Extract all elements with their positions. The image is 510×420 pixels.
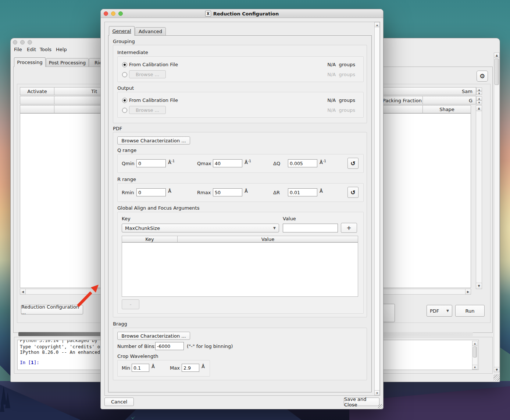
gear-icon: ⚙	[479, 72, 485, 80]
output-browse-button[interactable]: Browse ...	[129, 106, 166, 114]
args-column-value[interactable]: Value	[177, 236, 359, 242]
header-spin-up[interactable]: ▲	[476, 96, 482, 100]
scroll-right-icon: ▶	[467, 290, 469, 293]
scroll-up-arrow[interactable]: ▲	[472, 341, 478, 346]
header-spin-down[interactable]: ▼	[476, 91, 482, 95]
unit-base: Å	[320, 188, 323, 194]
log-binning-hint: ("-" for log binning)	[187, 344, 233, 349]
scroll-up-arrow[interactable]: ▲	[476, 105, 482, 111]
r-range-reset-button[interactable]: ↺	[347, 187, 359, 198]
qmin-input[interactable]	[136, 159, 166, 167]
bragg-browse-characterization-button[interactable]: Browse Characterization ...	[117, 332, 190, 340]
scroll-down-arrow[interactable]: ▼	[494, 367, 500, 372]
column-header-geometry[interactable]: G	[432, 98, 472, 103]
q-range-label: Q range	[117, 147, 136, 153]
r-range-label: R range	[117, 177, 136, 182]
button-label: Run	[466, 308, 475, 314]
main-vertical-scrollbar[interactable]	[494, 53, 500, 372]
tab-processing[interactable]: Processing	[14, 57, 46, 67]
wallpaper-mountain	[0, 385, 81, 420]
column-header-shape[interactable]: Shape	[422, 107, 471, 112]
minimize-button-inactive[interactable]	[20, 40, 25, 45]
crop-max-input[interactable]	[182, 364, 199, 372]
scroll-down-arrow[interactable]: ▼	[472, 365, 478, 370]
zoom-button-inactive[interactable]	[28, 40, 32, 45]
intermediate-label: Intermediate	[117, 50, 148, 55]
column-header-title[interactable]: Tit	[91, 89, 97, 94]
tab-general[interactable]: General	[109, 26, 135, 36]
spin-down-icon: ▼	[478, 101, 480, 104]
global-args-label: Global Align and Focus Arguments	[117, 205, 199, 211]
crop-max-unit: Å	[201, 364, 205, 369]
scroll-up-arrow[interactable]: ▲	[494, 53, 500, 58]
reduction-configuration-dialog: X Reduction Configuration ▲ ▼ General Ad…	[100, 9, 384, 409]
remove-argument-button[interactable]: -	[122, 299, 139, 309]
scroll-right-arrow[interactable]: ▶	[465, 289, 471, 295]
qmin-label: Qmin	[122, 161, 135, 166]
rmax-input[interactable]	[213, 188, 242, 196]
args-column-key[interactable]: Key	[122, 236, 177, 242]
column-header-packing-fraction[interactable]: Packing Fraction	[383, 98, 422, 103]
args-table-body[interactable]	[122, 242, 358, 297]
button-label: Browse ...	[136, 72, 159, 77]
scroll-up-arrow[interactable]: ▲	[374, 22, 380, 27]
rmin-unit: Å	[168, 188, 171, 194]
output-browse-radio[interactable]	[122, 108, 127, 113]
prompt-in: In [	[20, 360, 31, 365]
column-header-sample[interactable]: Sam	[432, 89, 472, 94]
output-type-dropdown[interactable]: PDF ▼	[427, 305, 452, 317]
qmin-unit: Å-1	[168, 159, 175, 165]
save-and-close-button[interactable]: Save and Close	[344, 398, 379, 406]
groups-label: groups	[339, 107, 355, 113]
qmax-input[interactable]	[213, 159, 242, 167]
delta-r-input[interactable]	[288, 188, 317, 196]
tab-post-processing[interactable]: Post Processing	[46, 58, 89, 67]
header-spin-up[interactable]: ▲	[476, 88, 482, 91]
scroll-down-arrow[interactable]: ▼	[476, 283, 482, 289]
cancel-button[interactable]: Cancel	[104, 398, 134, 406]
chevron-down-icon: ▼	[446, 309, 449, 313]
tab-advanced[interactable]: Advanced	[135, 27, 166, 36]
main-window-resize-grip[interactable]	[493, 374, 500, 381]
output-from-calibration-radio[interactable]	[122, 98, 127, 103]
key-dropdown[interactable]: MaxChunkSize ▼	[122, 224, 279, 232]
intermediate-browse-radio[interactable]	[122, 72, 127, 77]
groups-label: groups	[339, 72, 355, 77]
tab-label: Advanced	[139, 29, 162, 34]
button-label: Browse ...	[136, 107, 159, 113]
chevron-down-icon: ▼	[273, 226, 276, 230]
intermediate-browse-button[interactable]: Browse ...	[129, 70, 166, 78]
number-of-bins-label: Number of Bins:	[117, 344, 156, 349]
dialog-resize-grip[interactable]	[378, 404, 383, 409]
button-label: Browse Characterization ...	[121, 138, 186, 143]
crop-min-input[interactable]	[132, 364, 149, 372]
close-button-inactive[interactable]	[13, 40, 17, 45]
run-button[interactable]: Run	[455, 305, 485, 317]
intermediate-groups-count: N/A groups	[307, 62, 355, 67]
menu-help[interactable]: Help	[56, 47, 67, 52]
main-scrollbar-thumb[interactable]	[495, 58, 499, 85]
scroll-left-arrow[interactable]: ◀	[20, 289, 26, 295]
add-argument-button[interactable]: +	[341, 223, 357, 233]
pdf-browse-characterization-button[interactable]: Browse Characterization ...	[117, 136, 190, 145]
table-vertical-scrollbar[interactable]	[476, 105, 482, 289]
scroll-down-arrow[interactable]: ▼	[374, 390, 380, 395]
menu-edit[interactable]: Edit	[27, 47, 36, 52]
intermediate-from-calibration-radio[interactable]	[122, 62, 127, 67]
rmin-input[interactable]	[136, 188, 166, 196]
number-of-bins-input[interactable]	[155, 342, 184, 350]
value-input[interactable]	[283, 224, 338, 232]
crop-min-label: Min	[122, 365, 130, 371]
settings-button[interactable]: ⚙	[477, 71, 488, 82]
dialog-scrollbar[interactable]	[374, 22, 380, 395]
q-range-reset-button[interactable]: ↺	[347, 158, 359, 169]
dialog-titlebar[interactable]: X Reduction Configuration	[101, 9, 383, 18]
menu-file[interactable]: File	[14, 47, 22, 52]
args-table-header[interactable]: Key Value	[122, 236, 358, 242]
console-scrollbar-thumb[interactable]	[473, 346, 477, 357]
prompt-number: 1	[31, 360, 34, 365]
menu-tools[interactable]: Tools	[40, 47, 51, 52]
delta-q-input[interactable]	[288, 159, 317, 167]
column-header-activate[interactable]: Activate	[20, 89, 54, 94]
header-spin-down[interactable]: ▼	[476, 100, 482, 104]
